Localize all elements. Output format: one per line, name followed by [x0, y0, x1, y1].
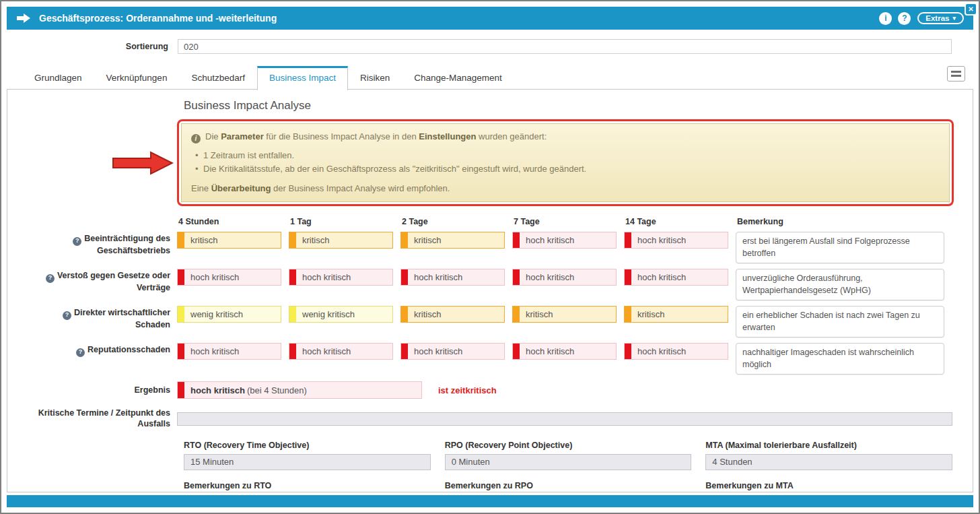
help-button[interactable]: ? [898, 12, 911, 25]
tab-change-management[interactable]: Change-Management [402, 66, 514, 90]
criticality-value: hoch kritisch [302, 346, 351, 356]
bemerkung-box[interactable]: ein erheblicher Schaden ist nach zwei Ta… [736, 306, 944, 338]
help-icon[interactable]: ? [46, 274, 55, 283]
notice-intro-text: Die [205, 131, 221, 141]
bemerkung-box[interactable]: erst bei längerem Ausfall sind Folgeproz… [736, 232, 944, 263]
title-bar: Geschäftsprozess: Orderannahme und -weit… [7, 7, 973, 30]
criticality-cell[interactable]: hoch kritisch [512, 269, 617, 286]
row-label: ?Beeinträchtigung des Geschäftsbetriebs [7, 232, 177, 256]
criticality-value: hoch kritisch [637, 346, 686, 356]
criticality-value: hoch kritisch [414, 346, 462, 356]
view-toggle-button[interactable] [947, 66, 965, 82]
ergebnis-value-bold: hoch kritisch [190, 385, 245, 395]
criticality-cell[interactable]: kritisch [400, 232, 505, 249]
criticality-cell[interactable]: hoch kritisch [289, 343, 393, 360]
recovery-section: RTO (Recovery Time Objective) Bemerkunge… [184, 430, 952, 492]
criticality-value: kritisch [190, 235, 217, 245]
mta-label: MTA (Maximal tolerierbare Ausfallzeit) [705, 441, 952, 450]
kritische-termine-label: Kritische Termine / Zeitpunkt des Ausfal… [7, 408, 177, 429]
close-button[interactable]: ✕ [965, 3, 977, 15]
criticality-value: kritisch [414, 309, 441, 319]
list-icon [951, 71, 961, 73]
rto-bemerkung-label: Bemerkungen zu RTO [184, 481, 431, 490]
criticality-cell[interactable]: hoch kritisch [177, 269, 281, 286]
criticality-cell[interactable]: kritisch [289, 232, 393, 249]
notice-footer-bold: Überarbeitung [211, 183, 271, 193]
row-label: ?Reputationsschaden [7, 343, 177, 356]
sortierung-input[interactable] [178, 39, 952, 54]
list-icon [951, 75, 961, 77]
notice-annotation-frame: iDie Parameter für die Business Impact A… [177, 119, 954, 206]
rpo-column: RPO (Recovery Point Objective) Bemerkung… [445, 430, 692, 492]
criticality-value: hoch kritisch [526, 235, 574, 245]
sortierung-label: Sortierung [7, 42, 168, 51]
column-header-4-stunden: 4 Stunden [177, 217, 281, 226]
criticality-value: hoch kritisch [190, 272, 239, 282]
criticality-value: hoch kritisch [414, 272, 462, 282]
info-icon: i [884, 13, 886, 23]
kritische-termine-row: Kritische Termine / Zeitpunkt des Ausfal… [7, 408, 952, 429]
mta-column: MTA (Maximal tolerierbare Ausfallzeit) B… [705, 430, 952, 492]
sortierung-row: Sortierung [7, 39, 973, 54]
criticality-value: hoch kritisch [190, 346, 239, 356]
mta-field [705, 454, 952, 470]
criticality-cell[interactable]: kritisch [624, 306, 728, 323]
help-icon[interactable]: ? [73, 237, 81, 246]
column-header-14-tage: 14 Tage [624, 217, 728, 226]
tab-risiken[interactable]: Risiken [348, 66, 402, 90]
notice-intro-text: wurden geändert: [476, 131, 547, 141]
criticality-value: hoch kritisch [526, 346, 574, 356]
tabs-row: Grundlagen Verknüpfungen Schutzbedarf Bu… [7, 66, 973, 90]
change-notice: iDie Parameter für die Business Impact A… [181, 123, 950, 202]
help-icon[interactable]: ? [63, 311, 71, 320]
criticality-value: kritisch [414, 235, 441, 245]
page-title: Geschäftsprozess: Orderannahme und -weit… [39, 13, 277, 24]
criticality-value: hoch kritisch [637, 272, 686, 282]
app-arrow-icon [16, 13, 31, 24]
criticality-cell[interactable]: wenig kritisch [177, 306, 281, 323]
tab-schutzbedarf[interactable]: Schutzbedarf [179, 66, 257, 90]
help-icon[interactable]: ? [76, 348, 85, 357]
criticality-value: kritisch [526, 309, 553, 319]
criticality-cell[interactable]: kritisch [177, 232, 281, 249]
criticality-cell[interactable]: hoch kritisch [512, 232, 617, 249]
notice-footer: Eine Überarbeitung der Business Impact A… [191, 183, 940, 195]
mta-bemerkung-label: Bemerkungen zu MTA [705, 481, 952, 490]
criticality-cell[interactable]: hoch kritisch [624, 343, 728, 360]
business-impact-panel: Business Impact Analyse iDie Parameter f… [7, 89, 973, 492]
table-row: ?Verstoß gegen Gesetze oder Verträge hoc… [7, 269, 973, 300]
info-button[interactable]: i [879, 12, 892, 25]
table-row: ?Direkter wirtschaftlicher Schaden wenig… [7, 306, 973, 338]
criticality-value: hoch kritisch [302, 272, 351, 282]
bemerkung-box[interactable]: nachhaltiger Imageschaden ist wahrschein… [736, 343, 944, 375]
criticality-cell[interactable]: hoch kritisch [289, 269, 393, 286]
rpo-field [445, 454, 692, 470]
criticality-cell[interactable]: hoch kritisch [400, 343, 505, 360]
help-icon: ? [902, 13, 907, 23]
row-label: ?Verstoß gegen Gesetze oder Verträge [7, 269, 177, 293]
table-row: ?Reputationsschaden hoch kritisch hoch k… [7, 343, 973, 375]
rto-label: RTO (Recovery Time Objective) [184, 441, 431, 450]
criticality-cell[interactable]: hoch kritisch [177, 343, 281, 360]
ergebnis-field: hoch kritisch (bei 4 Stunden) [177, 381, 422, 399]
chevron-down-icon: ▾ [952, 15, 956, 22]
criticality-cell[interactable]: hoch kritisch [512, 343, 617, 360]
criticality-cell[interactable]: hoch kritisch [400, 269, 505, 286]
criticality-cell[interactable]: kritisch [400, 306, 505, 323]
criticality-value: kritisch [302, 235, 329, 245]
tab-grundlagen[interactable]: Grundlagen [22, 66, 94, 90]
column-header-1-tag: 1 Tag [289, 217, 393, 226]
criticality-cell[interactable]: hoch kritisch [624, 232, 728, 249]
extras-button[interactable]: Extras ▾ [917, 12, 964, 24]
tab-verknuepfungen[interactable]: Verknüpfungen [94, 66, 180, 90]
notice-bullet: 1 Zeitraum ist entfallen. [194, 149, 940, 162]
bemerkung-box[interactable]: unverzügliche Orderausführung, Wertpapie… [736, 269, 944, 300]
rto-column: RTO (Recovery Time Objective) Bemerkunge… [184, 430, 431, 492]
tab-business-impact[interactable]: Business Impact [257, 66, 348, 90]
criticality-cell[interactable]: hoch kritisch [624, 269, 728, 286]
column-header-2-tage: 2 Tage [400, 217, 505, 226]
column-header-bemerkung: Bemerkung [736, 217, 944, 226]
criticality-cell[interactable]: wenig kritisch [289, 306, 393, 323]
ergebnis-row: Ergebnis hoch kritisch (bei 4 Stunden) i… [7, 381, 973, 399]
criticality-cell[interactable]: kritisch [512, 306, 617, 323]
